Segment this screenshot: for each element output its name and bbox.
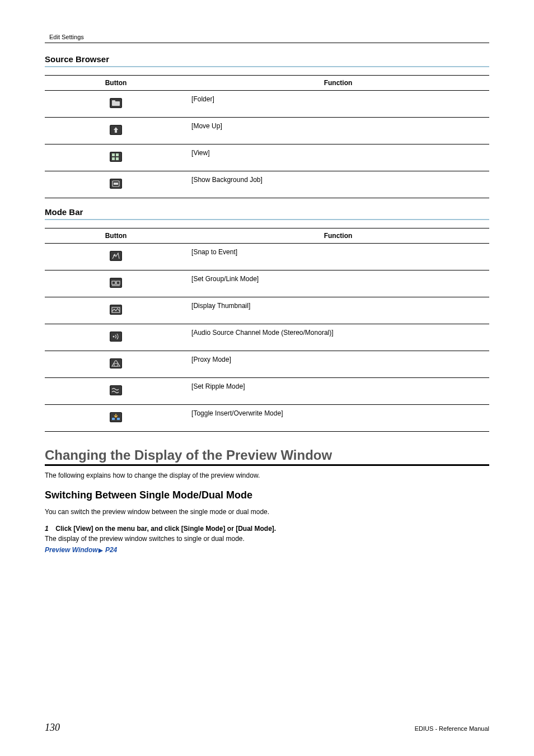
h3-title: Switching Between Single Mode/Dual Mode — [45, 489, 489, 501]
step-result: The display of the preview window switch… — [45, 534, 489, 544]
h2-intro: The following explains how to change the… — [45, 470, 489, 480]
function-cell: [Snap to Event] — [187, 244, 489, 270]
h2-title: Changing the Display of the Preview Wind… — [45, 447, 489, 463]
bg-job-icon — [110, 179, 122, 189]
table-row: [Proxy Mode] — [45, 351, 489, 378]
step-number: 1 — [45, 525, 54, 533]
function-cell: [Folder] — [187, 91, 489, 118]
col-header-function: Function — [187, 76, 489, 91]
table-row: [Snap to Event] — [45, 244, 489, 270]
table-row: [View] — [45, 144, 489, 171]
breadcrumb: Edit Settings — [45, 34, 489, 43]
view-grid-icon — [110, 152, 122, 162]
table-row: [Show Background Job] — [45, 171, 489, 198]
function-cell: [Proxy Mode] — [187, 351, 489, 378]
col-header-button: Button — [45, 76, 187, 91]
table-row: [Display Thumbnail] — [45, 297, 489, 324]
section-rule — [45, 66, 489, 67]
ripple-icon — [110, 385, 122, 395]
folder-icon — [110, 98, 122, 108]
audio-ch-icon — [110, 332, 122, 342]
table-row: [Toggle Insert/Overwrite Mode] — [45, 405, 489, 432]
page-footer: 130 EDIUS - Reference Manual — [45, 722, 489, 734]
xref-link[interactable]: Preview Window▶ P24 — [45, 546, 489, 554]
table-row: [Move Up] — [45, 118, 489, 144]
table-row: [Set Ripple Mode] — [45, 378, 489, 405]
thumbnail-icon — [110, 305, 122, 315]
step-text: Click [View] on the menu bar, and click … — [55, 525, 276, 533]
function-cell: [Audio Source Channel Mode (Stereo/Monor… — [187, 324, 489, 351]
source-browser-heading: Source Browser — [45, 54, 489, 64]
doc-title: EDIUS - Reference Manual — [415, 725, 489, 732]
h3-intro: You can switch the preview window betwee… — [45, 507, 489, 517]
move-up-icon — [110, 125, 122, 135]
page-number: 130 — [45, 722, 60, 734]
table-row: [Set Group/Link Mode] — [45, 270, 489, 297]
table-row: [Folder] — [45, 91, 489, 118]
group-link-icon — [110, 278, 122, 288]
function-cell: [Show Background Job] — [187, 171, 489, 198]
function-cell: [Move Up] — [187, 118, 489, 144]
function-cell: [View] — [187, 144, 489, 171]
step-1: 1 Click [View] on the menu bar, and clic… — [45, 525, 489, 533]
triangle-icon: ▶ — [99, 547, 103, 553]
proxy-icon — [110, 358, 122, 368]
function-cell: [Display Thumbnail] — [187, 297, 489, 324]
mode-bar-heading: Mode Bar — [45, 207, 489, 217]
col-header-function: Function — [187, 228, 489, 244]
function-cell: [Toggle Insert/Overwrite Mode] — [187, 405, 489, 432]
mode-bar-table: Button Function [Snap to Event] [Set Gro… — [45, 228, 489, 432]
col-header-button: Button — [45, 228, 187, 244]
xref-page: P24 — [105, 546, 117, 554]
snap-icon — [110, 251, 122, 261]
function-cell: [Set Group/Link Mode] — [187, 270, 489, 297]
table-row: [Audio Source Channel Mode (Stereo/Monor… — [45, 324, 489, 351]
function-cell: [Set Ripple Mode] — [187, 378, 489, 405]
source-browser-table: Button Function [Folder] [Move Up] [View… — [45, 75, 489, 198]
h2-rule — [45, 464, 489, 466]
insert-ow-icon — [110, 412, 122, 422]
xref-label: Preview Window — [45, 546, 98, 554]
section-rule — [45, 219, 489, 220]
